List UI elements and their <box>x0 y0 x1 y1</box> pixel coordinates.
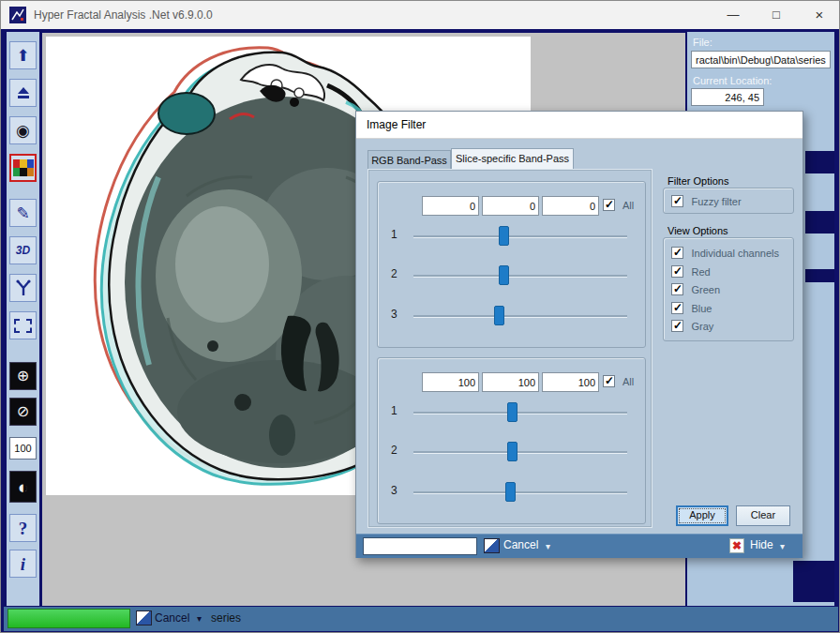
dialog-title: Image Filter <box>356 112 802 139</box>
gray-checkbox[interactable] <box>671 320 683 332</box>
dialog-cancel-button[interactable]: Cancel <box>503 538 538 551</box>
slider-label: 3 <box>391 484 398 497</box>
individual-channels-label: Individual channels <box>691 248 779 259</box>
add-circle-icon: ⊕ <box>17 369 29 384</box>
selection-button[interactable] <box>9 311 37 339</box>
green-option[interactable]: Green <box>671 280 720 297</box>
red-checkbox[interactable] <box>671 265 683 278</box>
cancel-icon <box>484 538 500 553</box>
help-button[interactable]: ? <box>9 514 37 542</box>
hidden-control <box>793 561 834 602</box>
file-path-input[interactable] <box>691 51 831 68</box>
clear-button[interactable]: Clear <box>736 505 790 526</box>
channel1-low-value[interactable] <box>422 196 479 216</box>
slider-row: 1 <box>378 400 645 423</box>
close-button[interactable]: × <box>798 1 840 29</box>
pen-icon: ✎ <box>16 205 29 221</box>
title-bar: Hyper Fractal Analysis .Net v6.9.0.0 — □… <box>1 1 840 29</box>
window-title: Hyper Fractal Analysis .Net v6.9.0.0 <box>34 8 712 22</box>
slider-handle[interactable] <box>505 482 516 502</box>
navigate-up-button[interactable]: ⬆ <box>9 41 37 69</box>
channel2-high-value[interactable] <box>482 372 539 392</box>
slider-handle[interactable] <box>507 402 518 422</box>
slider-track[interactable] <box>413 491 627 493</box>
individual-channels-option[interactable]: Individual channels <box>671 244 779 261</box>
maximize-button[interactable]: □ <box>755 1 798 29</box>
slider-track[interactable] <box>413 412 627 414</box>
eject-icon <box>15 85 32 100</box>
fuzzy-filter-checkbox[interactable] <box>671 195 683 207</box>
tool-sidebar: ⬆ ◉ ✎ 3D ⊕ ⊘ 100 ◐ ? i <box>7 32 39 606</box>
all-label: All <box>622 376 634 387</box>
slider-handle[interactable] <box>494 306 504 325</box>
three-d-icon: 3D <box>16 245 30 256</box>
red-label: Red <box>691 266 710 278</box>
slider-label: 3 <box>391 308 398 321</box>
minimize-button[interactable]: — <box>712 1 755 29</box>
selection-rectangle-icon <box>14 319 32 333</box>
slash-circle-button[interactable]: ⊘ <box>9 398 37 426</box>
slider-label: 1 <box>391 404 398 417</box>
fuzzy-filter-option[interactable]: Fuzzy filter <box>671 192 742 209</box>
slider-track[interactable] <box>413 275 627 277</box>
add-circle-button[interactable]: ⊕ <box>9 362 37 390</box>
slider-label: 2 <box>391 267 398 280</box>
disc-button[interactable]: ◉ <box>9 116 37 144</box>
color-palette-button[interactable] <box>9 154 37 182</box>
eject-button[interactable] <box>9 79 37 107</box>
all-checkbox[interactable] <box>603 375 615 387</box>
current-location-label: Current Location: <box>693 75 772 86</box>
cancel-icon <box>136 610 152 625</box>
lower-bound-group: All 1 2 3 <box>377 181 646 348</box>
disc-icon: ◉ <box>16 123 30 139</box>
all-checkbox[interactable] <box>603 199 615 211</box>
image-filter-dialog: Image Filter RGB Band-Pass Slice-specifi… <box>355 111 803 558</box>
zoom-level-box[interactable]: 100 <box>9 437 37 460</box>
slider-handle[interactable] <box>507 442 518 461</box>
statusbar-cancel-button[interactable]: Cancel <box>155 611 189 625</box>
channel3-high-value[interactable] <box>542 372 599 392</box>
info-button[interactable]: i <box>9 550 37 578</box>
gray-option[interactable]: Gray <box>671 317 713 334</box>
channel3-low-value[interactable] <box>542 196 599 216</box>
slider-handle[interactable] <box>499 265 509 285</box>
branch-icon <box>14 279 33 297</box>
info-icon: i <box>21 555 25 573</box>
blue-checkbox[interactable] <box>671 302 683 314</box>
channel2-low-value[interactable] <box>482 196 539 216</box>
contrast-icon: ◐ <box>18 478 28 496</box>
upper-bound-group: All 1 2 3 <box>377 357 646 524</box>
individual-channels-checkbox[interactable] <box>671 247 683 259</box>
current-location-input[interactable] <box>691 88 764 106</box>
hidden-control <box>805 151 834 173</box>
slider-track[interactable] <box>413 235 627 237</box>
tab-slice-specific-band-pass[interactable]: Slice-specific Band-Pass <box>451 148 574 169</box>
red-option[interactable]: Red <box>671 263 711 279</box>
slider-track[interactable] <box>413 451 627 453</box>
series-label: series <box>211 611 241 625</box>
tab-rgb-band-pass[interactable]: RGB Band-Pass <box>368 150 451 169</box>
blue-option[interactable]: Blue <box>671 299 712 316</box>
status-bar: Cancel ▾ series <box>4 607 838 631</box>
slider-handle[interactable] <box>499 226 509 246</box>
dialog-progress-bar <box>363 537 477 555</box>
hidden-control <box>805 269 834 282</box>
channel1-high-value[interactable] <box>422 372 479 392</box>
slider-track[interactable] <box>413 315 627 317</box>
slash-circle-icon: ⊘ <box>17 404 29 419</box>
contrast-button[interactable]: ◐ <box>9 471 37 503</box>
green-checkbox[interactable] <box>671 283 683 295</box>
three-d-button[interactable]: 3D <box>9 236 37 264</box>
hidden-control <box>805 211 834 234</box>
hide-button[interactable]: Hide <box>750 538 773 551</box>
pen-button[interactable]: ✎ <box>9 199 37 227</box>
hide-x-icon: ✖ <box>729 538 744 553</box>
zoom-level-value: 100 <box>14 444 31 454</box>
chevron-down-icon[interactable]: ▾ <box>546 541 550 551</box>
chevron-down-icon[interactable]: ▾ <box>197 613 202 624</box>
apply-button[interactable]: Apply <box>676 505 728 526</box>
chevron-down-icon[interactable]: ▾ <box>780 541 785 551</box>
color-palette-icon <box>13 159 34 176</box>
branch-button[interactable] <box>9 274 37 302</box>
gray-label: Gray <box>691 321 713 332</box>
